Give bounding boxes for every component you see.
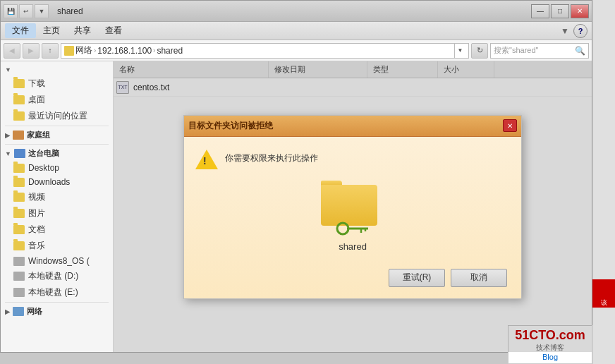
warning-icon (195, 148, 218, 171)
sidebar-label: Downloads (28, 177, 70, 187)
search-placeholder: 搜索"shared" (494, 45, 572, 56)
sidebar-item-recent[interactable]: 最近访问的位置 (1, 108, 113, 124)
expand-arrow: ▶ (5, 308, 10, 315)
folder-icon (13, 209, 25, 218)
title-bar: 💾 ↩ ▼ shared — □ ✕ (1, 1, 592, 22)
file-list: 名称 修改日期 类型 大小 TXT centos.txt 目标文件夹访问被拒绝 … (114, 61, 592, 352)
quick-access-toolbar: 💾 ↩ ▼ (4, 4, 49, 18)
path-sep1: › (94, 47, 96, 54)
menu-home[interactable]: 主页 (36, 23, 67, 38)
sidebar-divider3 (5, 302, 109, 303)
retry-button[interactable]: 重试(R) (389, 269, 445, 287)
help-button[interactable]: ? (573, 24, 587, 38)
sidebar-label: 音乐 (28, 240, 45, 252)
path-sep2: › (153, 47, 155, 54)
sidebar-label: 本地硬盘 (D:) (28, 270, 78, 282)
right-panel: 该 (592, 0, 615, 364)
cancel-button[interactable]: 取消 (451, 269, 507, 287)
drive-icon (13, 288, 25, 297)
refresh-button[interactable]: ↻ (471, 43, 488, 59)
save-btn[interactable]: 💾 (4, 4, 18, 18)
folder-icon (13, 95, 25, 104)
sidebar-divider2 (5, 144, 109, 145)
network-header[interactable]: ▶ 网络 (1, 304, 113, 319)
dialog-buttons: 重试(R) 取消 (195, 263, 510, 287)
menu-view[interactable]: 查看 (98, 23, 129, 38)
sidebar-item-downloads-quick[interactable]: 下载 (1, 75, 113, 92)
address-bar: ◀ ▶ ↑ 网络 › 192.168.1.100 › shared ▼ ↻ 搜索… (1, 40, 592, 61)
sidebar: ▼ 下载 桌面 最近访问的位置 ▶ 家庭组 (1, 61, 114, 352)
sidebar-item-desktop[interactable]: Desktop (1, 161, 113, 175)
path-network: 网络 (75, 44, 92, 56)
quick-access-header[interactable]: ▼ (1, 64, 113, 75)
folder-icon (13, 164, 25, 173)
search-icon[interactable]: 🔍 (574, 45, 585, 56)
main-window: 💾 ↩ ▼ shared — □ ✕ 文件 主页 共享 查看 ▼ ? ◀ ▶ ↑… (0, 0, 592, 353)
dialog-folder-area: shared (195, 181, 510, 252)
this-pc-label: 这台电脑 (28, 148, 59, 159)
folder-body (321, 185, 377, 226)
access-denied-dialog: 目标文件夹访问被拒绝 ✕ 你需要权限来执行此操作 (183, 115, 522, 299)
key-svg (331, 222, 374, 236)
title-bar-controls: — □ ✕ (531, 4, 589, 18)
forward-button[interactable]: ▶ (23, 43, 39, 59)
expand-arrow: ▼ (5, 150, 11, 157)
search-box[interactable]: 搜索"shared" 🔍 (490, 43, 589, 59)
dialog-content: 你需要权限来执行此操作 (184, 137, 521, 298)
sidebar-label: Windows8_OS ( (28, 256, 90, 266)
title-bar-left: 💾 ↩ ▼ shared (4, 4, 83, 18)
homegroup-label: 家庭组 (27, 130, 50, 140)
close-button[interactable]: ✕ (571, 4, 589, 18)
sidebar-item-win8[interactable]: Windows8_OS ( (1, 254, 113, 268)
sidebar-item-documents[interactable]: 文档 (1, 222, 113, 238)
dialog-close-button[interactable]: ✕ (503, 119, 517, 132)
svg-point-0 (337, 223, 348, 234)
sidebar-item-videos[interactable]: 视频 (1, 189, 113, 205)
sidebar-label: 最近访问的位置 (28, 110, 87, 122)
path-dropdown[interactable]: ▼ (454, 43, 465, 59)
maximize-button[interactable]: □ (551, 4, 569, 18)
network-label: 网络 (27, 306, 42, 317)
path-folder-icon (64, 46, 74, 56)
sidebar-item-pictures[interactable]: 图片 (1, 205, 113, 222)
sidebar-label: Desktop (28, 163, 59, 173)
sidebar-item-music[interactable]: 音乐 (1, 238, 113, 254)
menu-share[interactable]: 共享 (67, 23, 98, 38)
sidebar-item-downloads[interactable]: Downloads (1, 175, 113, 189)
sidebar-label: 文档 (28, 224, 45, 236)
menu-bar-right: ▼ ? (559, 24, 587, 38)
sidebar-item-drive-d[interactable]: 本地硬盘 (D:) (1, 268, 113, 284)
path-ip: 192.168.1.100 (97, 46, 152, 56)
sidebar-divider (5, 126, 109, 126)
minimize-button[interactable]: — (531, 4, 549, 18)
this-pc-header[interactable]: ▼ 这台电脑 (1, 146, 113, 161)
expand-icon[interactable]: ▼ (559, 25, 571, 37)
homegroup-icon (13, 131, 24, 140)
menu-bar: 文件 主页 共享 查看 ▼ ? (1, 22, 592, 40)
homegroup-header[interactable]: ▶ 家庭组 (1, 128, 113, 142)
drive-icon (13, 257, 25, 266)
back-button[interactable]: ◀ (4, 43, 20, 59)
dropdown-btn[interactable]: ▼ (35, 4, 49, 18)
big-folder-container (321, 181, 384, 237)
big-folder-icon (321, 181, 377, 226)
pc-icon (14, 149, 25, 158)
content-area: ▼ 下载 桌面 最近访问的位置 ▶ 家庭组 (1, 61, 592, 352)
folder-icon (13, 79, 25, 88)
sidebar-label: 桌面 (28, 94, 45, 106)
red-banner: 该 (592, 279, 615, 308)
folder-icon (13, 193, 25, 202)
sidebar-item-desktop-quick[interactable]: 桌面 (1, 92, 113, 108)
warning-triangle (195, 150, 218, 169)
address-path[interactable]: 网络 › 192.168.1.100 › shared ▼ (61, 43, 469, 59)
folder-icon (13, 225, 25, 234)
dialog-overlay: 目标文件夹访问被拒绝 ✕ 你需要权限来执行此操作 (114, 61, 592, 352)
sidebar-item-drive-e[interactable]: 本地硬盘 (E:) (1, 284, 113, 301)
menu-file[interactable]: 文件 (5, 23, 36, 38)
sidebar-label: 下载 (28, 78, 45, 90)
up-button[interactable]: ↑ (42, 43, 59, 59)
dialog-top: 你需要权限来执行此操作 (195, 148, 510, 171)
drive-icon (13, 272, 25, 281)
expand-arrow: ▼ (5, 66, 11, 73)
undo-btn[interactable]: ↩ (19, 4, 33, 18)
